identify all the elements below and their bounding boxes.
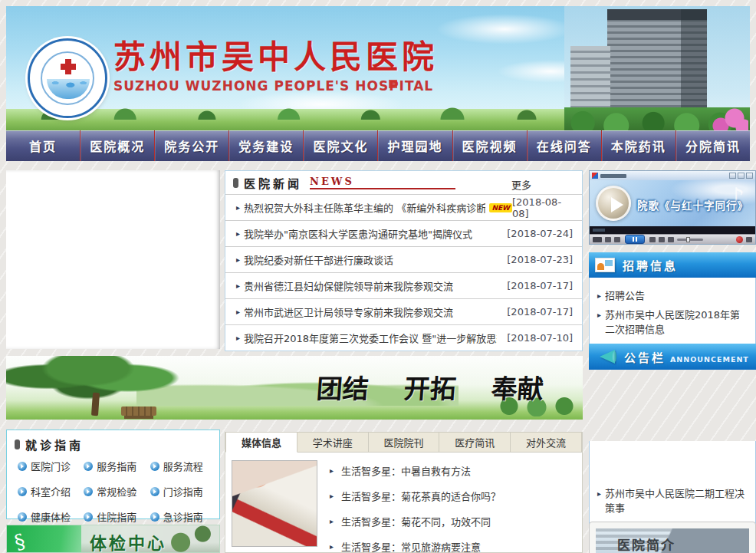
recruitment-link-label[interactable]: 招聘公告 (605, 289, 645, 304)
news-row[interactable]: ▸ 常州市武进区卫计局领导专家前来我院参观交流 [2018-07-17] (225, 298, 582, 324)
announcement-link[interactable]: ▸ 苏州市吴中人民医院二期工程决策事 (597, 487, 749, 516)
nav-item-qa[interactable]: 在线问答 (528, 130, 602, 161)
tab-medical-briefs[interactable]: 医疗简讯 (439, 432, 511, 453)
slogan-text: 团结 开拓 奉献 (315, 368, 544, 406)
guide-link-emergency[interactable]: 急诊指南 (150, 509, 216, 524)
guide-link-label[interactable]: 急诊指南 (163, 509, 203, 524)
volume-icon[interactable] (668, 237, 674, 242)
media-item-label[interactable]: 生活智多星：菊花不同，功效不同 (341, 514, 491, 528)
news-row[interactable]: ▸ 我院纪委对新任干部进行廉政谈话 [2018-07-23] (225, 246, 582, 272)
nav-item-overview[interactable]: 医院概况 (81, 130, 155, 161)
guide-link-service-flow[interactable]: 服务流程 (150, 459, 216, 473)
news-more-link[interactable]: 更多 (511, 177, 531, 192)
guide-link-label[interactable]: 住院指南 (97, 509, 136, 524)
page-background: { "header": { "name_zh": "苏州市吴中人民医院", "n… (0, 0, 756, 553)
news-link[interactable]: 贵州省德江县妇幼保健院领导前来我院参观交流 (244, 278, 453, 293)
nav-item-pharmacy[interactable]: 本院药讯 (602, 130, 676, 161)
main-nav: 首页 医院概况 院务公开 党务建设 医院文化 护理园地 医院视频 在线问答 本院… (6, 130, 750, 161)
minimize-button[interactable] (729, 173, 736, 179)
news-link[interactable]: 我院召开2018年度第三次党委工作会议 暨"进一步解放思想 (244, 331, 497, 345)
news-row[interactable]: ▸ 我院举办"南京医科大学医患沟通研究基地"揭牌仪式 [2018-07-24] (225, 220, 582, 246)
tab-academic-lectures[interactable]: 学术讲座 (297, 432, 369, 453)
fullscreen-button[interactable] (746, 237, 752, 242)
media-item-link[interactable]: ▸生活智多星：中暑自救有方法 (330, 458, 577, 483)
news-link[interactable]: 我院举办"南京医科大学医患沟通研究基地"揭牌仪式 (244, 226, 472, 241)
nav-item-nursing[interactable]: 护理园地 (378, 130, 452, 161)
megaphone-icon (595, 348, 618, 365)
slogan-word: 团结 (315, 368, 370, 406)
media-item-label[interactable]: 生活智多星：中暑自救有方法 (341, 463, 471, 478)
options-button[interactable] (593, 237, 602, 242)
checkup-center-banner[interactable]: § 体检中心 (6, 525, 220, 553)
news-date: [2018-07-23] (507, 254, 573, 265)
tab-hospital-journal[interactable]: 医院院刊 (369, 432, 440, 453)
news-link[interactable]: 我院纪委对新任干部进行廉政谈话 (244, 252, 393, 267)
maximize-button[interactable] (738, 173, 744, 179)
nav-item-culture[interactable]: 医院文化 (304, 130, 378, 161)
volume-slider[interactable] (677, 239, 703, 241)
circle-arrow-icon (18, 462, 27, 471)
pause-button[interactable] (625, 235, 645, 244)
tab-external-exchange[interactable]: 对外交流 (511, 432, 582, 453)
guide-link-inpatient[interactable]: 住院指南 (84, 509, 150, 524)
next-button[interactable] (649, 237, 656, 242)
guide-link-departments[interactable]: 科室介绍 (18, 484, 84, 499)
guide-link-checkup[interactable]: 健康体检 (18, 509, 84, 524)
guide-link-label[interactable]: 科室介绍 (31, 484, 71, 499)
recruitment-link-label[interactable]: 苏州市吴中人民医院2018年第二次招聘信息 (605, 308, 749, 337)
news-row[interactable]: ▸ 贵州省德江县妇幼保健院领导前来我院参观交流 [2018-07-17] (225, 272, 582, 298)
media-item-link[interactable]: ▸生活智多星：常见旅游病要注意 (330, 534, 577, 553)
arrow-icon: ▸ (597, 291, 601, 304)
hospital-intro-card[interactable]: 医院简介 (589, 522, 756, 553)
guide-link-outpatient[interactable]: 医院门诊 (18, 459, 84, 473)
nav-item-video[interactable]: 医院视频 (453, 130, 528, 161)
announcement-link-label[interactable]: 苏州市吴中人民医院二期工程决策事 (605, 487, 749, 516)
slideshow-placeholder[interactable] (6, 170, 220, 349)
player-title-text (600, 174, 626, 178)
circle-arrow-icon (84, 512, 93, 522)
hospital-logo[interactable] (28, 38, 107, 118)
recruitment-link[interactable]: ▸ 招聘公告 (597, 289, 749, 304)
nav-item-affairs[interactable]: 院务公开 (155, 130, 229, 161)
guide-link-label[interactable]: 医院门诊 (31, 459, 71, 473)
nav-item-party[interactable]: 党务建设 (229, 130, 304, 161)
record-button[interactable] (736, 236, 743, 243)
arrow-icon: ▸ (330, 517, 334, 525)
news-row[interactable]: ▸ 我院召开2018年度第三次党委工作会议 暨"进一步解放思想 [2018-07… (225, 324, 582, 351)
guide-grid: 医院门诊 服务指南 服务流程 科室介绍 常规检验 门诊指南 健康体检 住院指南 … (7, 453, 219, 524)
news-row[interactable]: ▸ 热烈祝贺大外科主任陈革华主编的 《新编外科疾病诊断与治 NEW [2018-… (225, 194, 582, 220)
news-link[interactable]: 热烈祝贺大外科主任陈革华主编的 《新编外科疾病诊断与治 (244, 200, 485, 215)
play-button[interactable] (596, 186, 631, 221)
announcement-header: 公告栏 ANNOUNCEMENT (589, 344, 756, 370)
nav-item-home[interactable]: 首页 (6, 130, 81, 161)
media-item-link[interactable]: ▸生活智多星：菊花不同，功效不同 (330, 509, 577, 534)
close-button[interactable] (746, 173, 753, 179)
guide-link-lab-tests[interactable]: 常规检验 (84, 484, 150, 499)
announcement-title: 公告栏 (624, 349, 666, 365)
media-thumbnail-image[interactable] (232, 460, 317, 547)
guide-link-label[interactable]: 常规检验 (97, 484, 136, 499)
news-link[interactable]: 常州市武进区卫计局领导专家前来我院参观交流 (244, 304, 453, 319)
news-date: [2018-07-10] (507, 332, 573, 344)
guide-title: 就诊指南 (25, 436, 84, 453)
recruitment-link[interactable]: ▸ 苏州市吴中人民医院2018年第二次招聘信息 (597, 308, 749, 337)
guide-link-clinic-guide[interactable]: 门诊指南 (150, 484, 216, 499)
guide-link-label[interactable]: 健康体检 (31, 509, 71, 524)
stop-button[interactable] (605, 237, 611, 242)
tab-media-info[interactable]: 媒体信息 (225, 432, 297, 453)
media-item-label[interactable]: 生活智多星：常见旅游病要注意 (341, 539, 481, 553)
nav-item-branch[interactable]: 分院简讯 (676, 130, 750, 161)
guide-link-label[interactable]: 门诊指南 (163, 484, 203, 499)
media-item-link[interactable]: ▸生活智多星：菊花茶真的适合你吗？ (330, 483, 577, 509)
player-titlebar[interactable] (590, 171, 755, 180)
playlist-button[interactable] (659, 237, 665, 242)
guide-link-service-guide[interactable]: 服务指南 (84, 459, 150, 473)
player-screen[interactable]: ♪ 院歌《与红十字同行》 (590, 180, 755, 226)
checkup-logo-icon: § (12, 526, 41, 553)
previous-button[interactable] (614, 237, 620, 242)
volume-handle[interactable] (686, 237, 690, 242)
water-waves-icon (47, 79, 90, 99)
guide-link-label[interactable]: 服务指南 (97, 459, 136, 473)
guide-link-label[interactable]: 服务流程 (163, 459, 203, 473)
media-item-label[interactable]: 生活智多星：菊花茶真的适合你吗？ (341, 489, 501, 503)
